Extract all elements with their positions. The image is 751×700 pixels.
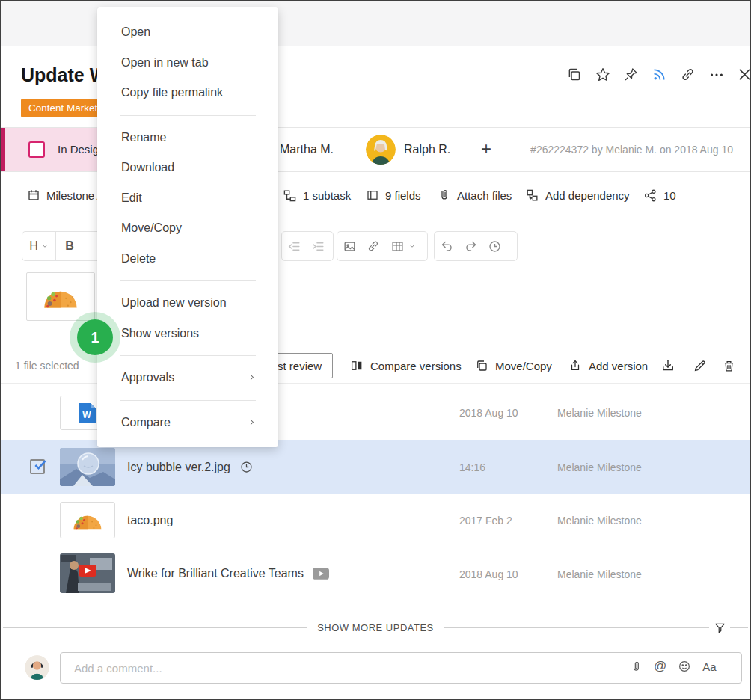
menu-item-edit[interactable]: Edit [97,183,278,214]
menu-item-approvals[interactable]: Approvals [97,363,278,393]
mention-icon[interactable]: @ [654,659,666,674]
heading-dropdown[interactable]: H [22,239,55,253]
taco-thumbnail[interactable] [60,502,115,538]
history-button[interactable] [482,239,506,254]
menu-item-delete[interactable]: Delete [97,244,278,274]
video-thumbnail[interactable] [60,553,115,593]
add-assignee-button[interactable]: + [481,128,491,170]
compare-versions-button[interactable]: Compare versions [350,351,462,380]
task-detail-window: Update W Content Marketing In Design Mar… [0,0,751,700]
subtasks-label: 1 subtask [303,189,351,202]
pin-icon[interactable] [622,66,640,83]
submenu-chevron-icon [248,418,256,426]
more-actions-icon[interactable] [708,66,725,83]
file-date: 14:16 [459,461,485,473]
file-date: 2018 Aug 10 [459,568,518,580]
submenu-chevron-icon [248,373,256,381]
file-date: 2018 Aug 10 [459,407,518,419]
menu-item-label: Compare [121,416,171,429]
insert-image-button[interactable] [337,239,361,254]
permalink-icon[interactable] [679,66,696,83]
duplicate-window-icon[interactable] [565,66,583,83]
fields-label: 9 fields [385,189,421,202]
outdent-button[interactable] [282,239,306,254]
task-title: Update W [21,64,107,86]
file-name[interactable]: Wrike for Brilliant Creative Teams [127,547,329,601]
video-still-image [60,553,115,593]
file-author: Melanie Milestone [557,515,642,526]
editor-toolbar-history-group [434,231,518,261]
insert-table-dropdown[interactable] [385,239,421,254]
milestone-button[interactable]: Milestone A [27,172,105,218]
comment-toolbar: @ Aa [630,659,717,674]
assignee-ralph[interactable]: Ralph R. [404,128,450,171]
file-name[interactable]: Icy bubble ver.2.jpg [127,440,254,494]
menu-divider [120,115,256,116]
close-icon[interactable] [736,66,751,83]
file-row-icy-bubble[interactable]: Icy bubble ver.2.jpg 14:16 Melanie Miles… [1,440,750,494]
menu-divider [120,355,256,356]
show-more-section: SHOW MORE UPDATES [1,619,750,637]
attach-files-button[interactable]: Attach files [438,172,512,218]
word-doc-icon: W [78,402,97,424]
show-more-updates-button[interactable]: SHOW MORE UPDATES [307,619,444,637]
file-row-taco[interactable]: taco.png 2017 Feb 2 Melanie Milestone [1,494,750,547]
file-row-video[interactable]: Wrike for Brilliant Creative Teams 2018 … [1,547,750,601]
taco-image [40,283,81,311]
share-icon [643,188,657,203]
menu-item-upload-new-version[interactable]: Upload new version [97,288,278,319]
redo-button[interactable] [459,239,482,254]
move-copy-button[interactable]: Move/Copy [475,351,552,380]
file-date: 2017 Feb 2 [459,515,512,526]
icy-bubble-thumbnail[interactable] [60,448,115,486]
add-dependency-button[interactable]: Add dependency [525,172,630,218]
move-copy-icon [475,359,488,372]
insert-link-button[interactable] [361,239,385,253]
edit-button[interactable] [690,356,709,375]
emoji-icon[interactable] [678,660,691,673]
assignee-martha[interactable]: Martha M. [280,128,334,171]
text-format-button[interactable]: Aa [702,660,716,673]
versions-clock-icon [239,460,254,474]
bold-label: B [65,239,74,253]
dependency-icon [525,188,539,203]
menu-item-copy-permalink[interactable]: Copy file permalink [97,78,278,108]
complete-checkbox[interactable] [28,141,45,158]
download-button[interactable] [658,356,678,375]
share-count: 10 [663,189,676,202]
fields-icon [366,188,379,202]
file-name[interactable]: taco.png [127,494,173,547]
share-button[interactable]: 10 [643,172,676,218]
annotation-step-badge: 1 [77,319,113,355]
menu-item-compare[interactable]: Compare [97,408,278,438]
attach-comment-icon[interactable] [630,660,643,673]
bold-button[interactable]: B [56,239,83,253]
indent-button[interactable] [306,239,330,254]
subtasks-button[interactable]: 1 subtask [283,172,351,218]
filter-funnel-icon [714,621,726,635]
subtask-icon [283,188,297,203]
file-author: Melanie Milestone [557,461,642,473]
menu-item-rename[interactable]: Rename [97,123,278,153]
fields-button[interactable]: 9 fields [366,172,421,218]
editor-toolbar-insert-group [337,231,428,261]
undo-button[interactable] [435,239,459,254]
menu-item-move-copy[interactable]: Move/Copy [97,213,278,244]
file-author: Melanie Milestone [557,568,642,580]
avatar-ralph[interactable] [366,135,396,165]
file-checkbox-checked[interactable] [30,459,45,474]
delete-button[interactable] [719,356,738,375]
menu-divider [120,400,256,401]
star-icon[interactable] [594,66,611,83]
check-icon [32,458,49,473]
filter-updates-button[interactable] [709,619,730,637]
follow-updates-icon[interactable] [651,66,668,83]
menu-item-label: Approvals [121,371,174,384]
menu-item-open-new-tab[interactable]: Open in new tab [97,48,278,79]
menu-item-open[interactable]: Open [97,17,278,48]
menu-item-show-versions[interactable]: Show versions [97,319,278,349]
compare-versions-icon [350,359,364,372]
attach-files-label: Attach files [457,189,512,202]
menu-item-download[interactable]: Download [97,153,278,183]
add-version-button[interactable]: Add version [568,351,648,380]
